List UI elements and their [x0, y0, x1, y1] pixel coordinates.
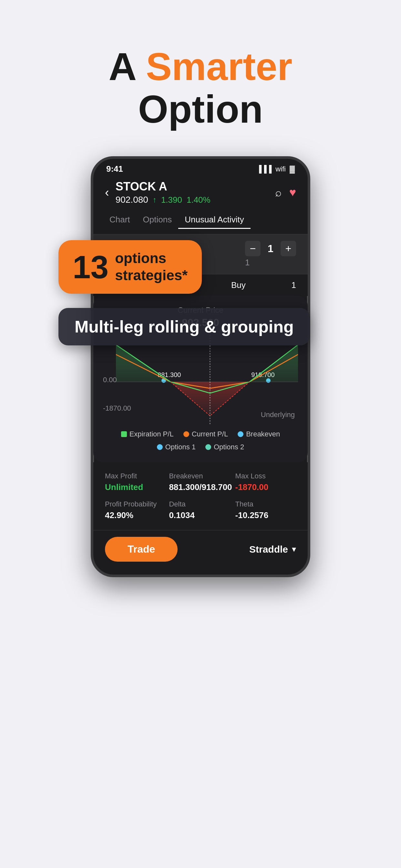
signal-icon: ▐▐▐	[256, 165, 272, 173]
stock-info: STOCK A 902.080 ↑ 1.390 1.40%	[116, 180, 211, 205]
stat-max-profit-value: Unlimited	[105, 482, 166, 492]
stat-theta-label: Theta	[235, 500, 296, 508]
chart-svg	[116, 335, 298, 426]
stock-change: 1.390	[161, 195, 182, 205]
stat-breakeven: Breakeven 881.300/918.700	[169, 472, 232, 492]
phone-wrapper: 13 optionsstrategies* Multi-leg rolling …	[68, 156, 333, 577]
phone-frame: 9:41 ▐▐▐ wifi ▓ ‹ STOCK A 902.080 ↑ 1.39…	[91, 156, 310, 577]
current-legend-label: Current P/L	[192, 430, 228, 438]
stat-delta-value: 0.1034	[169, 510, 232, 520]
notch	[175, 159, 226, 170]
legend-expiration: Expiration P/L	[121, 430, 174, 438]
tab-chart[interactable]: Chart	[103, 211, 136, 229]
stat-profit-prob-value: 42.90%	[105, 510, 166, 520]
expiration-legend-label: Expiration P/L	[129, 430, 174, 438]
stat-theta-value: -10.2576	[235, 510, 296, 520]
stat-profit-prob: Profit Probability 42.90%	[105, 500, 166, 520]
current-legend-icon	[183, 431, 189, 437]
breakeven-legend-label: Breakeven	[246, 430, 280, 438]
breakeven-legend-icon	[238, 431, 243, 437]
hero-title: A Smarter Option	[26, 45, 375, 130]
hero-prefix: A	[109, 45, 146, 88]
legend-current: Current P/L	[183, 430, 228, 438]
stats-section: Max Profit Unlimited Breakeven 881.300/9…	[93, 462, 308, 530]
qty-sub-label: 1	[245, 257, 296, 268]
status-time: 9:41	[106, 164, 123, 174]
header-icons: ⌕ ♥	[275, 186, 296, 199]
badge-strategies-number: 13	[73, 251, 109, 283]
stat-theta: Theta -10.2576	[235, 500, 296, 520]
strategy-name: Straddle	[249, 544, 288, 555]
stat-breakeven-label: Breakeven	[169, 472, 232, 480]
chevron-down-icon: ▾	[292, 544, 296, 554]
stat-breakeven-value: 881.300/918.700	[169, 482, 232, 492]
options2-legend-label: Options 2	[214, 443, 244, 451]
back-button[interactable]: ‹	[105, 186, 109, 199]
legend-row: Expiration P/L Current P/L Breakeven	[103, 430, 298, 438]
stat-delta-label: Delta	[169, 500, 232, 508]
expiration-legend-icon	[121, 431, 127, 437]
strategy-selector[interactable]: Straddle ▾	[249, 544, 296, 555]
qty-minus-button[interactable]: −	[245, 241, 260, 256]
options1-legend-icon	[157, 444, 163, 450]
favorite-icon[interactable]: ♥	[289, 186, 296, 199]
stat-max-loss-value: -1870.00	[235, 482, 296, 492]
chart-container: 0.00 -1870.00 Underlying 881.300 918.700	[103, 335, 298, 426]
stat-max-loss-label: Max Loss	[235, 472, 296, 480]
search-icon[interactable]: ⌕	[275, 186, 281, 199]
tab-unusual-activity[interactable]: Unusual Activity	[178, 211, 251, 229]
stat-max-profit-label: Max Profit	[105, 472, 166, 480]
stock-pct: 1.40%	[187, 195, 211, 205]
stat-max-loss: Max Loss -1870.00	[235, 472, 296, 492]
bottom-actions: Trade Straddle ▾	[93, 530, 308, 575]
badge-multileg-text: Multi-leg rolling & grouping	[74, 317, 294, 336]
leg-action: Buy	[231, 280, 246, 290]
wifi-icon: wifi	[275, 165, 286, 173]
battery-icon: ▓	[289, 165, 295, 173]
options1-legend-label: Options 1	[165, 443, 196, 451]
stat-max-profit: Max Profit Unlimited	[105, 472, 166, 492]
legend-options2: Options 2	[205, 443, 244, 451]
stock-price-row: 902.080 ↑ 1.390 1.40%	[116, 195, 211, 205]
badge-multileg: Multi-leg rolling & grouping	[58, 308, 310, 345]
hero-accent: Smarter	[146, 45, 292, 88]
trade-button[interactable]: Trade	[105, 537, 178, 562]
stock-header-left: ‹ STOCK A 902.080 ↑ 1.390 1.40%	[105, 180, 211, 205]
stat-delta: Delta 0.1034	[169, 500, 232, 520]
qty-value: 1	[266, 243, 275, 255]
hero-line2: Option	[138, 88, 263, 131]
qty-plus-button[interactable]: +	[281, 241, 296, 256]
chart-y-zero: 0.00	[103, 376, 117, 384]
stat-profit-prob-label: Profit Probability	[105, 500, 166, 508]
options2-legend-icon	[205, 444, 211, 450]
strategy-controls: − 1 + 1	[245, 241, 296, 268]
tab-options[interactable]: Options	[136, 211, 179, 229]
badge-strategies: 13 optionsstrategies*	[58, 240, 202, 294]
badge-strategies-text: optionsstrategies*	[115, 250, 188, 284]
tabs-row: Chart Options Unusual Activity	[93, 211, 308, 234]
legend-row-2: Options 1 Options 2	[103, 443, 298, 451]
hero-section: A Smarter Option	[0, 0, 401, 156]
stock-name: STOCK A	[116, 180, 211, 193]
status-icons: ▐▐▐ wifi ▓	[256, 165, 295, 173]
legend-breakeven: Breakeven	[238, 430, 280, 438]
leg-qty: 1	[291, 280, 296, 290]
price-arrow-icon: ↑	[153, 195, 157, 204]
stock-header: ‹ STOCK A 902.080 ↑ 1.390 1.40% ⌕ ♥	[93, 177, 308, 211]
legend-options1: Options 1	[157, 443, 196, 451]
stock-price: 902.080	[116, 195, 148, 205]
